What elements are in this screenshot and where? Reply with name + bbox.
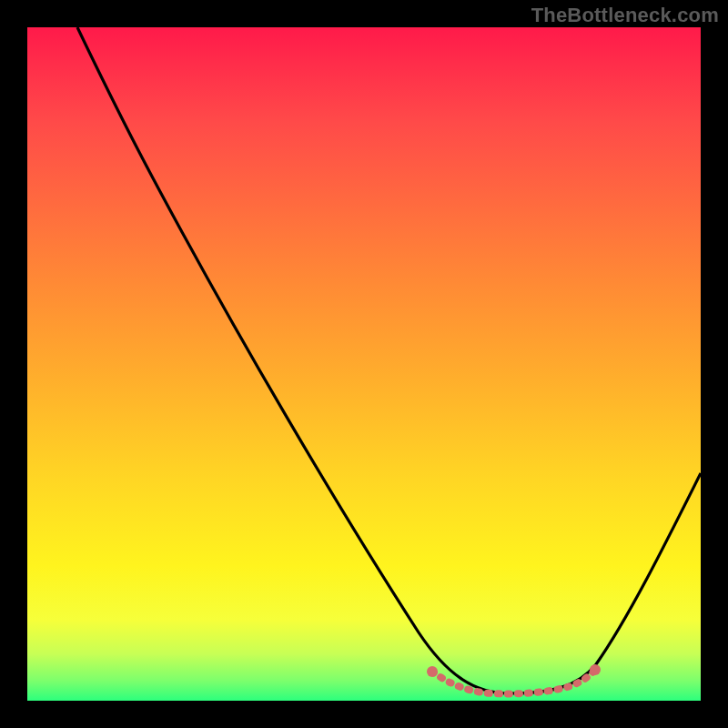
optimal-range-line [432, 670, 595, 693]
plot-area [27, 27, 701, 701]
optimal-range-end-dot [590, 664, 601, 675]
optimal-range-start-dot [427, 666, 438, 677]
curve-overlay [27, 27, 701, 701]
watermark-text: TheBottleneck.com [531, 4, 719, 27]
chart-frame: TheBottleneck.com [0, 0, 728, 728]
bottleneck-curve [77, 27, 701, 693]
